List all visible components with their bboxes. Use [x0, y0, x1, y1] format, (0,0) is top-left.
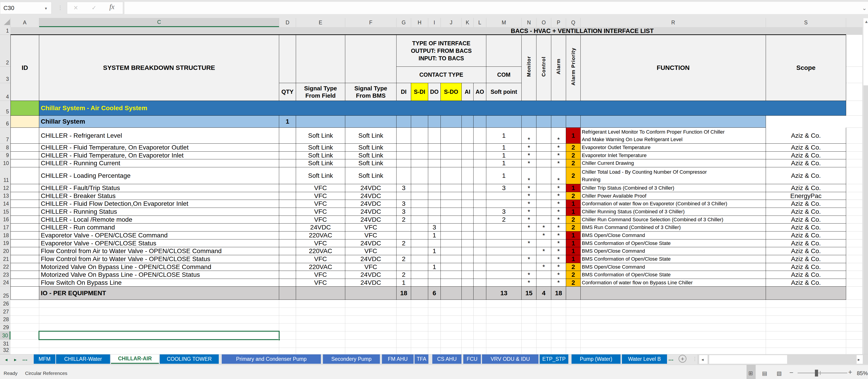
- v-scroll-track[interactable]: [863, 85, 868, 354]
- row-header-30[interactable]: 30: [0, 332, 10, 340]
- v-scroll-up-icon[interactable]: ▲: [864, 19, 868, 24]
- column-header-I[interactable]: I: [428, 18, 441, 27]
- row-header-5[interactable]: 5: [0, 101, 10, 116]
- tabs-ellipsis[interactable]: ...: [22, 355, 28, 362]
- row-12-soft: 3: [486, 184, 522, 192]
- zoom-out-icon[interactable]: −: [789, 369, 794, 377]
- row-header-17[interactable]: 17: [0, 223, 10, 232]
- zoom-slider-thumb[interactable]: [815, 370, 818, 377]
- row-21-id: [10, 255, 39, 263]
- add-sheet-icon[interactable]: +: [679, 355, 686, 363]
- enter-icon[interactable]: ✓: [92, 5, 96, 11]
- row-header-3[interactable]: 3: [0, 67, 10, 83]
- row-header-2[interactable]: 2: [0, 35, 10, 67]
- row-header-32[interactable]: 32: [0, 348, 10, 354]
- row-header-12[interactable]: 12: [0, 184, 10, 192]
- row-header-9[interactable]: 9: [0, 151, 10, 159]
- sheet-tab-tfa[interactable]: TFA: [414, 354, 428, 364]
- sheet-tab-fm-ahu[interactable]: FM AHU: [382, 354, 413, 364]
- v-scroll-thumb[interactable]: [863, 18, 868, 85]
- row-header-26[interactable]: 26: [0, 300, 10, 308]
- column-header-G[interactable]: G: [397, 18, 411, 27]
- tabs-overflow-ellipsis[interactable]: ...: [669, 355, 674, 362]
- row-header-15[interactable]: 15: [0, 208, 10, 216]
- column-header-H[interactable]: H: [411, 18, 428, 27]
- status-circular-references: Circular References: [25, 371, 67, 376]
- sheet-tab-vrv-odu-idu[interactable]: VRV ODU & IDU: [482, 354, 538, 364]
- row-header-27[interactable]: 27: [0, 308, 10, 316]
- column-header-T[interactable]: [846, 18, 863, 27]
- sheet-tab-chillar-water[interactable]: CHILLAR-Water: [56, 354, 110, 364]
- column-header-N[interactable]: N: [522, 18, 536, 27]
- sheet-tab-pump-water-[interactable]: Pump (Water): [571, 354, 621, 364]
- sheet-tab-secondery-pump[interactable]: Secondery Pump: [323, 354, 380, 364]
- sheet-tab-fcu[interactable]: FCU: [463, 354, 481, 364]
- column-header-K[interactable]: K: [462, 18, 473, 27]
- column-header-J[interactable]: J: [441, 18, 462, 27]
- column-header-Q[interactable]: Q: [566, 18, 581, 27]
- row-15-control: [536, 208, 551, 216]
- formula-bar-expand-icon[interactable]: ⌄: [862, 5, 867, 11]
- row-24-scope: Aziz & Co.: [766, 279, 846, 286]
- row-header-13[interactable]: 13: [0, 192, 10, 200]
- column-header-S[interactable]: S: [766, 18, 846, 27]
- selection-fill-handle[interactable]: [278, 339, 280, 341]
- h-scroll-thumb[interactable]: [709, 355, 787, 364]
- column-header-A[interactable]: A: [10, 18, 39, 27]
- column-header-E[interactable]: E: [296, 18, 345, 27]
- sheet-tab-etp-stp[interactable]: ETP_STP: [539, 354, 568, 364]
- row-17-alarm: *: [551, 223, 566, 232]
- row-header-29[interactable]: 29: [0, 323, 10, 332]
- row-header-25[interactable]: 25: [0, 286, 10, 300]
- sheet-tab-cs-ahu[interactable]: CS AHU: [432, 354, 461, 364]
- zoom-slider-track[interactable]: [798, 373, 847, 373]
- row-header-21[interactable]: 21: [0, 255, 10, 263]
- sheet-tab-mfm[interactable]: MFM: [34, 354, 55, 364]
- sheet-tab-primary-and-condenser-pump[interactable]: Primary and Condenser Pump: [222, 354, 321, 364]
- selected-cell-outline[interactable]: [38, 331, 280, 340]
- row-header-28[interactable]: 28: [0, 316, 10, 323]
- sheet-tab-chillar-air[interactable]: CHILLAR-AIR: [111, 354, 159, 364]
- row-header-11[interactable]: 11: [0, 167, 10, 184]
- row-header-6[interactable]: 6: [0, 116, 10, 128]
- view-break-icon[interactable]: ▧: [777, 370, 782, 377]
- column-header-P[interactable]: P: [551, 18, 566, 27]
- row-19-control: [536, 239, 551, 247]
- row-header-16[interactable]: 16: [0, 216, 10, 223]
- name-box[interactable]: C30: [0, 2, 52, 14]
- row-header-23[interactable]: 23: [0, 271, 10, 279]
- column-header-F[interactable]: F: [345, 18, 397, 27]
- row-header-7[interactable]: 7: [0, 128, 10, 144]
- row-header-8[interactable]: 8: [0, 144, 10, 151]
- view-layout-icon[interactable]: ▤: [762, 370, 767, 377]
- formula-input[interactable]: [124, 2, 868, 14]
- row-header-22[interactable]: 22: [0, 263, 10, 271]
- column-header-O[interactable]: O: [536, 18, 551, 27]
- column-header-M[interactable]: M: [486, 18, 522, 27]
- row-header-19[interactable]: 19: [0, 239, 10, 247]
- fx-icon[interactable]: fx: [110, 3, 114, 11]
- sheet-tab-water-level-b[interactable]: Water Level B: [622, 354, 667, 364]
- column-header-R[interactable]: R: [581, 18, 766, 27]
- tabs-nav-right-icon[interactable]: ▸: [14, 357, 17, 363]
- column-header-D[interactable]: D: [279, 18, 296, 27]
- row-header-20[interactable]: 20: [0, 247, 10, 255]
- name-box-dropdown-icon[interactable]: ▾: [45, 6, 47, 11]
- tabs-nav-left-icon[interactable]: ◂: [5, 357, 7, 363]
- column-header-C[interactable]: C: [39, 18, 279, 27]
- row-header-1[interactable]: 1: [0, 27, 10, 35]
- zoom-in-icon[interactable]: +: [848, 368, 852, 376]
- row-13-function: Chiller Power Available Proof: [581, 192, 766, 200]
- column-header-L[interactable]: L: [473, 18, 486, 27]
- row-header-31[interactable]: 31: [0, 340, 10, 348]
- row-18-soft: [486, 232, 522, 239]
- sheet-tab-cooling-tower[interactable]: COOLING TOWER: [160, 354, 219, 364]
- row-header-10[interactable]: 10: [0, 159, 10, 167]
- row-header-18[interactable]: 18: [0, 232, 10, 239]
- row-header-14[interactable]: 14: [0, 200, 10, 208]
- row-header-4[interactable]: 4: [0, 83, 10, 101]
- row-16-scope: Aziz & Co.: [766, 216, 846, 223]
- header-d-blank: [279, 35, 296, 83]
- cancel-icon[interactable]: ✕: [73, 5, 78, 11]
- row-header-24[interactable]: 24: [0, 279, 10, 286]
